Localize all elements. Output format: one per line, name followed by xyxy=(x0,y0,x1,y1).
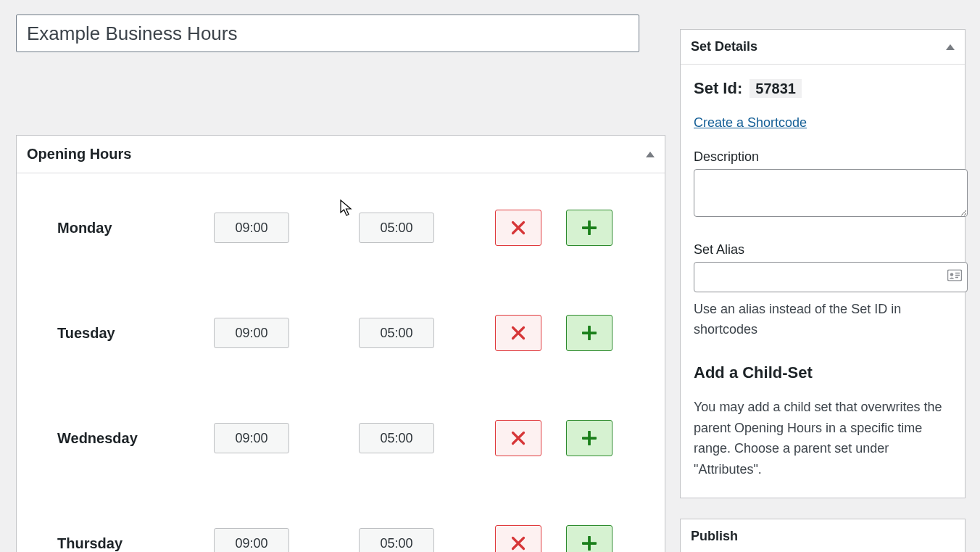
panel-header: Set Details xyxy=(681,30,965,65)
childset-heading: Add a Child-Set xyxy=(694,363,952,382)
open-time-input[interactable] xyxy=(214,213,289,243)
add-period-button[interactable] xyxy=(566,420,612,456)
set-alias-label: Set Alias xyxy=(694,242,952,258)
svg-point-1 xyxy=(950,273,953,276)
collapse-toggle-icon[interactable] xyxy=(646,152,655,157)
post-title-input[interactable] xyxy=(16,15,639,52)
hours-row: Monday xyxy=(57,210,628,246)
hours-row: Wednesday xyxy=(57,420,628,456)
close-time-input[interactable] xyxy=(359,318,434,348)
close-icon xyxy=(511,326,526,340)
hours-row: Tuesday xyxy=(57,315,628,351)
plus-icon xyxy=(582,431,597,445)
add-period-button[interactable] xyxy=(566,525,612,552)
description-textarea[interactable] xyxy=(694,169,968,217)
open-time-input[interactable] xyxy=(214,318,289,348)
create-shortcode-link[interactable]: Create a Shortcode xyxy=(694,115,807,131)
day-label: Tuesday xyxy=(57,325,214,342)
day-label: Monday xyxy=(57,220,214,236)
add-period-button[interactable] xyxy=(566,315,612,351)
close-icon xyxy=(511,221,526,235)
alias-help-text: Use an alias instead of the Set ID in sh… xyxy=(694,300,952,340)
day-label: Thursday xyxy=(57,535,214,552)
remove-period-button[interactable] xyxy=(495,420,541,456)
childset-help-text: You may add a child set that overwrites … xyxy=(694,397,952,480)
day-label: Wednesday xyxy=(57,430,214,447)
remove-period-button[interactable] xyxy=(495,210,541,246)
opening-hours-panel: Opening Hours Monday xyxy=(16,135,665,552)
panel-title: Set Details xyxy=(691,39,757,54)
set-id-line: Set Id: 57831 xyxy=(694,79,952,98)
publish-panel: Publish xyxy=(680,519,966,552)
collapse-toggle-icon[interactable] xyxy=(946,44,955,50)
close-time-input[interactable] xyxy=(359,423,434,453)
add-period-button[interactable] xyxy=(566,210,612,246)
set-id-value: 57831 xyxy=(749,79,802,98)
remove-period-button[interactable] xyxy=(495,315,541,351)
description-label: Description xyxy=(694,149,952,165)
id-card-icon xyxy=(947,270,962,285)
plus-icon xyxy=(582,326,597,340)
panel-header: Opening Hours xyxy=(17,136,665,173)
remove-period-button[interactable] xyxy=(495,525,541,552)
plus-icon xyxy=(582,221,597,235)
open-time-input[interactable] xyxy=(214,528,289,552)
close-icon xyxy=(511,431,526,445)
panel-title: Opening Hours xyxy=(27,146,131,162)
panel-title: Publish xyxy=(691,529,738,544)
close-icon xyxy=(511,536,526,551)
close-time-input[interactable] xyxy=(359,213,434,243)
hours-row: Thursday xyxy=(57,525,628,552)
set-id-label: Set Id: xyxy=(694,79,742,97)
set-alias-input[interactable] xyxy=(694,262,968,292)
panel-header: Publish xyxy=(681,519,965,552)
open-time-input[interactable] xyxy=(214,423,289,453)
plus-icon xyxy=(582,536,597,551)
set-details-panel: Set Details Set Id: 57831 Create a Short… xyxy=(680,29,966,498)
close-time-input[interactable] xyxy=(359,528,434,552)
